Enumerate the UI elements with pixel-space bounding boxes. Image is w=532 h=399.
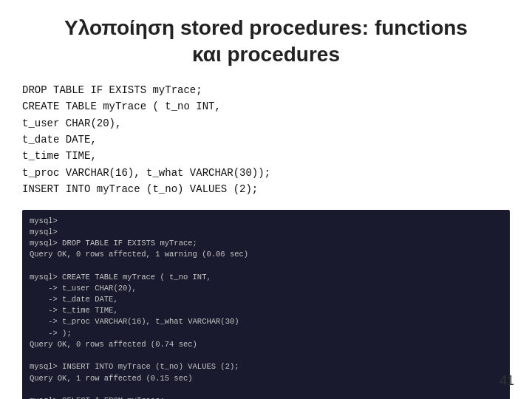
code-block: DROP TABLE IF EXISTS myTrace; CREATE TAB…	[22, 82, 510, 198]
terminal-block: mysql> mysql> mysql> DROP TABLE IF EXIST…	[22, 210, 510, 399]
slide-title: Υλοποίηση stored procedures: functions κ…	[22, 15, 510, 69]
slide-container: Υλοποίηση stored procedures: functions κ…	[0, 0, 532, 399]
page-number: 41	[499, 373, 514, 389]
code-line-1: DROP TABLE IF EXISTS myTrace; CREATE TAB…	[22, 84, 270, 195]
title-line1: Υλοποίηση stored procedures: functions	[64, 16, 468, 39]
title-line2: και procedures	[192, 43, 340, 66]
terminal-content: mysql> mysql> mysql> DROP TABLE IF EXIST…	[30, 216, 276, 399]
